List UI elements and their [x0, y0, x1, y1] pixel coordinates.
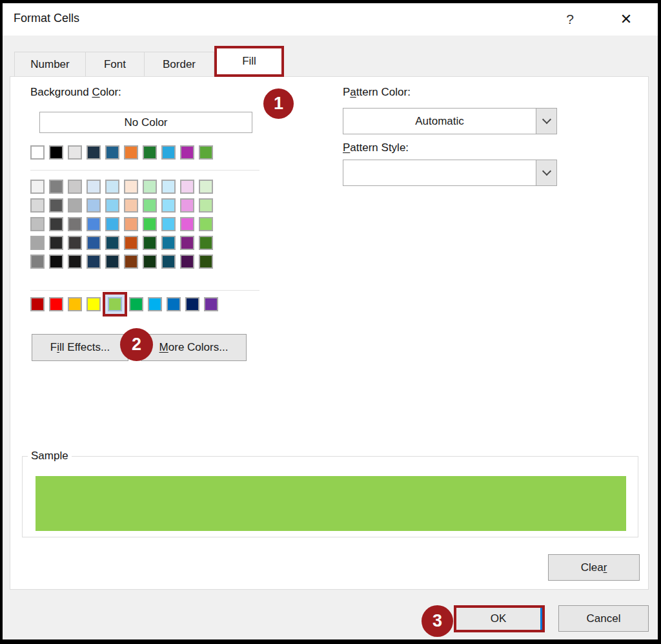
- color-swatch[interactable]: [105, 145, 119, 160]
- no-color-button[interactable]: No Color: [39, 112, 252, 133]
- color-swatch[interactable]: [105, 180, 119, 194]
- color-swatch[interactable]: [86, 254, 101, 269]
- color-swatch[interactable]: [143, 198, 157, 213]
- color-swatch[interactable]: [180, 145, 194, 160]
- color-swatch[interactable]: [30, 217, 45, 231]
- pattern-color-dropdown[interactable]: Automatic: [343, 108, 557, 134]
- annotation-step-3-badge: 3: [422, 605, 453, 637]
- tab-number[interactable]: Number: [14, 52, 86, 77]
- color-swatch[interactable]: [49, 297, 63, 311]
- color-swatch[interactable]: [124, 217, 138, 231]
- color-swatch[interactable]: [30, 145, 45, 160]
- color-swatch[interactable]: [49, 217, 63, 231]
- color-swatch[interactable]: [49, 145, 63, 160]
- color-swatch[interactable]: [161, 236, 176, 250]
- color-swatch[interactable]: [180, 180, 194, 194]
- color-swatch[interactable]: [49, 180, 63, 194]
- color-swatch[interactable]: [105, 254, 119, 269]
- clear-button[interactable]: Clear: [548, 554, 640, 581]
- color-swatch[interactable]: [68, 297, 82, 311]
- color-swatch[interactable]: [199, 217, 213, 231]
- color-swatch[interactable]: [199, 198, 213, 213]
- color-swatch[interactable]: [105, 236, 119, 250]
- color-swatch[interactable]: [161, 145, 176, 160]
- color-swatch[interactable]: [180, 217, 194, 231]
- color-swatch[interactable]: [167, 297, 181, 311]
- color-swatch[interactable]: [86, 297, 101, 311]
- color-swatch[interactable]: [30, 180, 45, 194]
- pattern-style-dropdown-button[interactable]: [536, 160, 556, 185]
- color-swatch[interactable]: [68, 217, 82, 231]
- format-cells-dialog: Format Cells ? ✕ Number Font Border Fill…: [3, 3, 658, 639]
- tab-fill-active-annotated[interactable]: Fill: [214, 46, 284, 77]
- fill-effects-button[interactable]: Fill Effects...: [32, 334, 128, 361]
- color-swatch[interactable]: [143, 254, 157, 269]
- ok-button[interactable]: OK: [456, 608, 542, 630]
- variant-color-row: [30, 180, 213, 194]
- color-swatch[interactable]: [204, 297, 218, 311]
- color-swatch[interactable]: [86, 198, 101, 213]
- color-swatch[interactable]: [68, 145, 82, 160]
- sample-fill-preview: [36, 476, 626, 531]
- cancel-button[interactable]: Cancel: [558, 605, 649, 632]
- color-swatch[interactable]: [86, 180, 101, 194]
- color-swatch[interactable]: [68, 254, 82, 269]
- palette-divider: [30, 170, 259, 171]
- color-swatch[interactable]: [49, 254, 63, 269]
- color-swatch[interactable]: [199, 236, 213, 250]
- color-swatch[interactable]: [49, 198, 63, 213]
- color-swatch[interactable]: [148, 297, 162, 311]
- color-swatch[interactable]: [86, 236, 101, 250]
- color-swatch[interactable]: [143, 217, 157, 231]
- color-swatch[interactable]: [30, 297, 45, 311]
- color-swatch[interactable]: [199, 180, 213, 194]
- pattern-style-dropdown[interactable]: [343, 160, 557, 186]
- selected-color-swatch[interactable]: [108, 297, 122, 311]
- color-swatch[interactable]: [86, 217, 101, 231]
- color-swatch[interactable]: [180, 198, 194, 213]
- color-swatch[interactable]: [105, 217, 119, 231]
- annotation-step-1-badge: 1: [263, 88, 294, 119]
- color-swatch[interactable]: [86, 145, 101, 160]
- fill-tab-page: Background Color: No Color Fill Effects.…: [10, 76, 649, 590]
- color-swatch[interactable]: [105, 198, 119, 213]
- color-swatch[interactable]: [185, 297, 199, 311]
- background-color-label: Background Color:: [30, 86, 121, 99]
- color-swatch[interactable]: [161, 198, 176, 213]
- color-swatch[interactable]: [124, 236, 138, 250]
- help-icon[interactable]: ?: [559, 8, 581, 30]
- variant-color-row: [30, 217, 213, 231]
- color-swatch[interactable]: [180, 236, 194, 250]
- color-swatch[interactable]: [30, 198, 45, 213]
- color-swatch[interactable]: [180, 254, 194, 269]
- more-colors-button[interactable]: More Colors...: [141, 334, 247, 361]
- tab-font[interactable]: Font: [85, 52, 145, 77]
- color-swatch[interactable]: [161, 180, 176, 194]
- color-swatch[interactable]: [143, 180, 157, 194]
- color-swatch[interactable]: [143, 236, 157, 250]
- color-swatch[interactable]: [199, 145, 213, 160]
- color-swatch[interactable]: [124, 145, 138, 160]
- sample-label: Sample: [28, 450, 72, 462]
- color-swatch[interactable]: [30, 236, 45, 250]
- color-swatch[interactable]: [124, 254, 138, 269]
- color-swatch[interactable]: [68, 236, 82, 250]
- color-swatch[interactable]: [143, 145, 157, 160]
- color-swatch[interactable]: [30, 254, 45, 269]
- close-icon[interactable]: ✕: [613, 7, 639, 32]
- tab-border[interactable]: Border: [144, 52, 214, 77]
- color-swatch[interactable]: [124, 180, 138, 194]
- pattern-color-dropdown-button[interactable]: [536, 109, 556, 134]
- color-swatch[interactable]: [161, 254, 176, 269]
- color-swatch[interactable]: [68, 198, 82, 213]
- color-swatch[interactable]: [49, 236, 63, 250]
- palette-divider: [30, 290, 259, 291]
- color-swatch[interactable]: [129, 297, 143, 311]
- standard-color-row: [30, 297, 218, 311]
- color-swatch[interactable]: [199, 254, 213, 269]
- annotation-step-2-badge: 2: [120, 328, 153, 361]
- pattern-color-label: Pattern Color:: [343, 86, 411, 99]
- color-swatch[interactable]: [161, 217, 176, 231]
- color-swatch[interactable]: [68, 180, 82, 194]
- color-swatch[interactable]: [124, 198, 138, 213]
